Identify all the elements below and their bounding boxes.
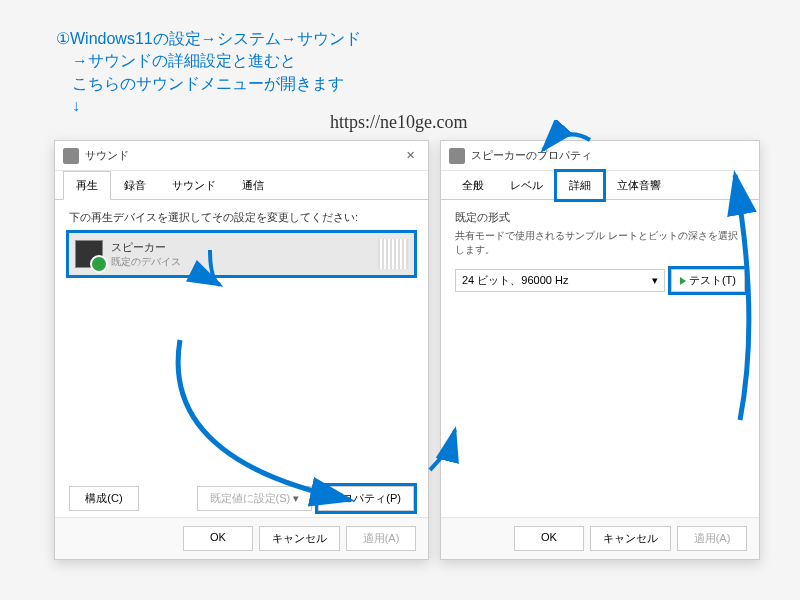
annotation-step1-line3: こちらのサウンドメニューが開きます <box>56 73 361 95</box>
tab-sounds[interactable]: サウンド <box>159 171 229 200</box>
set-default-button[interactable]: 既定値に設定(S) <box>197 486 313 511</box>
props-tabs: 全般 レベル 詳細 立体音響 <box>441 171 759 200</box>
props-titlebar: スピーカーのプロパティ <box>441 141 759 171</box>
configure-button[interactable]: 構成(C) <box>69 486 139 511</box>
sound-tabs: 再生 録音 サウンド 通信 <box>55 171 428 200</box>
level-meter <box>378 239 408 269</box>
props-title: スピーカーのプロパティ <box>471 148 751 163</box>
format-select[interactable]: 24 ビット、96000 Hz ▾ <box>455 269 665 292</box>
annotation-step1-line1: ①Windows11の設定→システム→サウンド <box>56 28 361 50</box>
playback-instruction: 下の再生デバイスを選択してその設定を変更してください: <box>69 210 414 225</box>
apply-button[interactable]: 適用(A) <box>346 526 416 551</box>
props-cancel-button[interactable]: キャンセル <box>590 526 671 551</box>
device-speaker[interactable]: スピーカー 既定のデバイス <box>69 233 414 275</box>
tab-spatial[interactable]: 立体音響 <box>604 171 674 200</box>
default-format-desc: 共有モードで使用されるサンプル レートとビットの深さを選択します。 <box>455 229 745 257</box>
sound-title: サウンド <box>85 148 400 163</box>
tab-communications[interactable]: 通信 <box>229 171 277 200</box>
watermark-url: https://ne10ge.com <box>330 112 467 133</box>
speaker-device-icon <box>75 240 103 268</box>
annotation-step1-line2: →サウンドの詳細設定と進むと <box>56 50 361 72</box>
sound-window: サウンド ✕ 再生 録音 サウンド 通信 下の再生デバイスを選択してその設定を変… <box>54 140 429 560</box>
tab-playback[interactable]: 再生 <box>63 171 111 200</box>
device-sub: 既定のデバイス <box>111 255 378 269</box>
close-icon[interactable]: ✕ <box>400 146 420 166</box>
format-value: 24 ビット、96000 Hz <box>462 273 568 288</box>
tab-general[interactable]: 全般 <box>449 171 497 200</box>
ok-button[interactable]: OK <box>183 526 253 551</box>
device-name: スピーカー <box>111 240 378 255</box>
device-text: スピーカー 既定のデバイス <box>111 240 378 269</box>
tab-levels[interactable]: レベル <box>497 171 556 200</box>
play-icon <box>680 277 686 285</box>
props-ok-button[interactable]: OK <box>514 526 584 551</box>
annotation-step1-arrow: ↓ <box>56 95 361 117</box>
speaker-props-window: スピーカーのプロパティ 全般 レベル 詳細 立体音響 既定の形式 共有モードで使… <box>440 140 760 560</box>
tab-advanced[interactable]: 詳細 <box>556 171 604 200</box>
test-label: テスト(T) <box>689 273 736 288</box>
sound-content: 下の再生デバイスを選択してその設定を変更してください: スピーカー 既定のデバイ… <box>55 200 428 293</box>
chevron-down-icon: ▾ <box>652 274 658 287</box>
props-apply-button[interactable]: 適用(A) <box>677 526 747 551</box>
props-content: 既定の形式 共有モードで使用されるサンプル レートとビットの深さを選択します。 … <box>441 200 759 302</box>
default-format-title: 既定の形式 <box>455 210 745 225</box>
speaker-props-icon <box>449 148 465 164</box>
properties-button[interactable]: プロパティ(P) <box>318 486 414 511</box>
sound-icon <box>63 148 79 164</box>
sound-titlebar: サウンド ✕ <box>55 141 428 171</box>
tab-recording[interactable]: 録音 <box>111 171 159 200</box>
test-button[interactable]: テスト(T) <box>671 269 745 292</box>
cancel-button[interactable]: キャンセル <box>259 526 340 551</box>
